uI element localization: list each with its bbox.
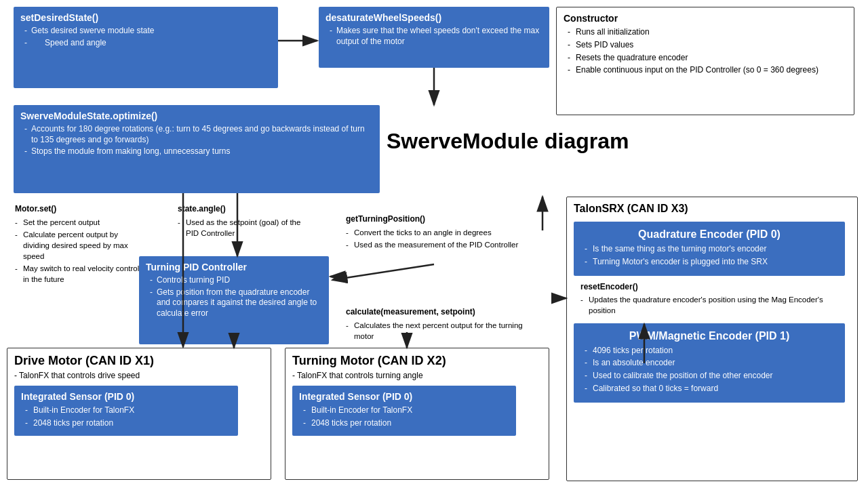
get-turning-position-box: getTurningPosition() Convert the ticks t… [346, 214, 536, 251]
drive-motor-box: Drive Motor (CAN ID X1) - TalonFX that c… [7, 348, 271, 480]
quadrature-encoder-item-0: Is the same thing as the turning motor's… [585, 243, 838, 255]
drive-motor-subtitle: - TalonFX that controls drive speed [14, 371, 264, 380]
reset-encoder-item-0: Updates the quadrature encoder's positio… [580, 294, 852, 316]
pwm-encoder-item-2: Used to calibrate the position of the ot… [585, 370, 838, 382]
svg-line-6 [332, 264, 434, 280]
constructor-box: Constructor Runs all initialization Sets… [556, 7, 854, 115]
get-turning-position-item-0: Convert the ticks to an angle in degrees [346, 227, 536, 238]
motor-set-box: Motor.set() Set the percent output Calcu… [15, 203, 140, 286]
constructor-item-3: Enable continuous input on the PID Contr… [568, 64, 847, 76]
calculate-item-0: Calculates the next percent output for t… [346, 320, 542, 342]
turning-motor-box: Turning Motor (CAN ID X2) - TalonFX that… [285, 348, 549, 480]
talon-srx-title: TalonSRX (CAN ID X3) [574, 203, 850, 215]
state-angle-item-0: Used as the setpoint (goal) of the PID C… [178, 217, 310, 239]
turning-motor-subtitle: - TalonFX that controls turning angle [292, 371, 542, 380]
diagram: setDesiredState() Gets desired swerve mo… [0, 0, 868, 488]
pwm-encoder-item-1: Is an absolute encoder [585, 357, 838, 369]
drive-motor-inner-item-0: Built-in Encoder for TalonFX [25, 405, 231, 416]
quadrature-encoder-box: Quadrature Encoder (PID 0) Is the same t… [574, 222, 845, 276]
calculate-box: calculate(measurement, setpoint) Calcula… [346, 306, 542, 343]
reset-encoder-title: resetEncoder() [580, 281, 852, 293]
turning-motor-title: Turning Motor (CAN ID X2) [292, 354, 542, 368]
turning-motor-inner-item-1: 2048 ticks per rotation [303, 418, 509, 429]
turning-pid-title: Turning PID Controller [146, 262, 322, 272]
get-turning-position-title: getTurningPosition() [346, 214, 536, 225]
set-desired-state-box: setDesiredState() Gets desired swerve mo… [14, 7, 278, 88]
drive-motor-inner-title: Integrated Sensor (PID 0) [21, 391, 231, 402]
drive-motor-inner-box: Integrated Sensor (PID 0) Built-in Encod… [14, 386, 238, 436]
constructor-title: Constructor [564, 13, 847, 24]
turning-pid-item-0: Controls turning PID [150, 275, 322, 286]
turning-pid-item-1: Gets position from the quadrature encode… [150, 287, 322, 319]
talon-srx-box: TalonSRX (CAN ID X3) Quadrature Encoder … [566, 197, 858, 481]
motor-set-title: Motor.set() [15, 203, 140, 215]
desaturate-wheel-speeds-box: desaturateWheelSpeeds() Makes sure that … [319, 7, 549, 68]
set-desired-state-item-1: Speed and angle [24, 38, 271, 49]
quadrature-encoder-item-1: Turning Motor's encoder is plugged into … [585, 256, 838, 268]
constructor-item-0: Runs all initialization [568, 26, 847, 38]
constructor-item-1: Sets PID values [568, 39, 847, 51]
get-turning-position-item-1: Used as the measurement of the PID Contr… [346, 239, 536, 250]
swerve-module-state-optimize-box: SwerveModuleState.optimize() Accounts fo… [14, 105, 380, 193]
pwm-encoder-box: PWM/Magnetic Encoder (PID 1) 4096 ticks … [574, 323, 845, 403]
pwm-encoder-item-3: Calibrated so that 0 ticks = forward [585, 383, 838, 394]
calculate-title: calculate(measurement, setpoint) [346, 306, 542, 318]
motor-set-item-2: May switch to real velocity control in t… [15, 263, 140, 285]
pwm-encoder-item-0: 4096 ticks per rotation [585, 345, 838, 357]
turning-motor-inner-box: Integrated Sensor (PID 0) Built-in Encod… [292, 386, 516, 436]
state-angle-title: state.angle() [178, 203, 310, 215]
motor-set-item-1: Calculate percent output by dividing des… [15, 229, 140, 262]
set-desired-state-title: setDesiredState() [20, 12, 271, 23]
swerve-optimize-title: SwerveModuleState.optimize() [20, 110, 373, 121]
turning-motor-inner-title: Integrated Sensor (PID 0) [299, 391, 509, 402]
quadrature-encoder-title: Quadrature Encoder (PID 0) [580, 228, 838, 241]
desaturate-title: desaturateWheelSpeeds() [326, 12, 542, 23]
motor-set-item-0: Set the percent output [15, 217, 140, 228]
turning-pid-controller-box: Turning PID Controller Controls turning … [139, 256, 329, 344]
desaturate-item-0: Makes sure that the wheel speeds don't e… [330, 26, 542, 47]
drive-motor-inner-item-1: 2048 ticks per rotation [25, 418, 231, 429]
set-desired-state-item-0: Gets desired swerve module state [24, 26, 271, 37]
turning-motor-inner-item-0: Built-in Encoder for TalonFX [303, 405, 509, 416]
reset-encoder-box: resetEncoder() Updates the quadrature en… [580, 281, 852, 317]
pwm-encoder-title: PWM/Magnetic Encoder (PID 1) [580, 330, 838, 342]
swerve-optimize-item-1: Stops the module from making long, unnec… [24, 146, 373, 157]
constructor-item-2: Resets the quadrature encoder [568, 52, 847, 64]
page-title: SwerveModule diagram [387, 129, 629, 154]
swerve-optimize-item-0: Accounts for 180 degree rotations (e.g.:… [24, 124, 373, 145]
state-angle-box: state.angle() Used as the setpoint (goal… [178, 203, 310, 240]
drive-motor-title: Drive Motor (CAN ID X1) [14, 354, 264, 368]
